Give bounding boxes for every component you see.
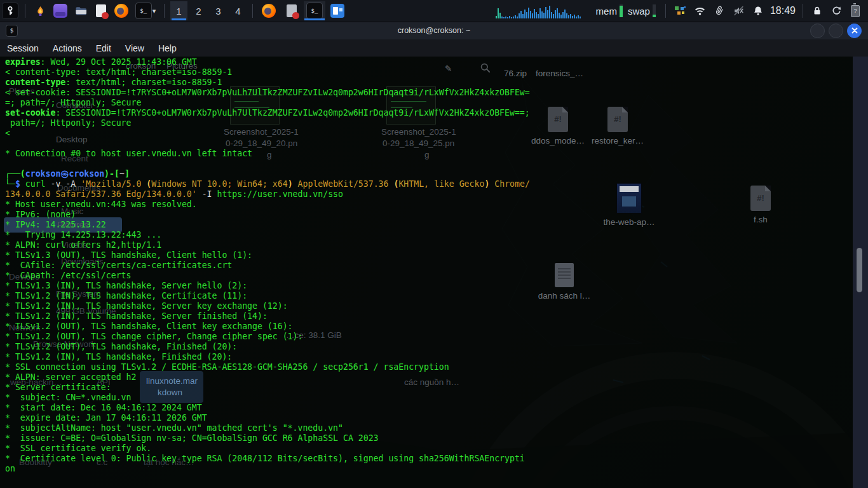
terminal-line: 134.0.0.0 Safari/537.36 Edg/134.0.0.0' -… [5,189,864,200]
taskbar-media-app[interactable] [327,1,348,20]
text-editor-icon [96,4,106,17]
net-bar [517,17,518,18]
volume-muted-icon [733,6,744,16]
lock-screen-button[interactable] [812,6,822,16]
net-bar [549,6,550,18]
workspace-3[interactable]: 3 [210,1,227,20]
wifi-icon [695,6,705,16]
panel-separator [665,4,666,18]
taskbar-terminal-active[interactable]: $_ [304,1,325,20]
mem-label: mem [596,6,617,17]
net-bar [553,14,554,18]
terminal-line: * Connection #0 to host user.vnedu.vn le… [5,149,864,159]
media-app-icon [330,4,344,18]
terminal-line: └─$ curl -v -A 'Mozilla/5.0 (Windows NT … [5,179,864,189]
launcher-text-editor[interactable] [92,2,110,20]
mem-usage-bar [620,4,623,17]
clock[interactable]: 18:49 [770,5,796,17]
terminal-line: * subjectAltName: host "user.vnedu.vn" m… [5,423,864,433]
taskbar-firefox[interactable] [258,1,280,20]
minimize-button[interactable] [810,24,825,38]
net-bar [580,17,581,18]
net-bar [578,15,579,18]
tray-notifications[interactable] [753,6,763,16]
tray-app-indicator[interactable] [675,6,686,16]
firefox-icon [114,4,128,18]
document-icon [287,4,297,17]
net-bar [541,11,543,18]
panel-separator [164,4,165,18]
purple-app-icon [53,4,67,18]
net-bar [543,13,545,18]
launcher-flame-app[interactable] [31,2,49,20]
terminal-line: * TLSv1.2 (IN), TLS handshake, Certifica… [5,291,864,301]
terminal-titlebar[interactable]: $ crokson@crokson: ~ [0,22,868,39]
net-bar [520,11,522,18]
net-bar [499,13,501,18]
terminal-line: * ALPN: curl offers h2,http/1.1 [5,240,864,250]
chevron-down-icon[interactable]: ▾ [153,7,156,15]
net-bar [557,8,558,18]
terminal-line: < content-type: text/html; charset=iso-8… [5,67,864,78]
workspace-1[interactable]: 1 [170,1,187,20]
flame-app-icon [35,6,46,17]
net-bar [538,14,539,18]
terminal-line: * IPv4: 14.225.13.22 [5,220,864,230]
network-monitor-graph [496,3,591,18]
terminal-line: * TLSv1.2 (IN), TLS handshake, Server fi… [5,311,864,322]
terminal-line: * TLSv1.2 (OUT), TLS change cipher, Chan… [5,332,864,342]
terminal-icon: $_ [135,3,152,19]
menu-help[interactable]: Help [158,43,177,53]
net-bar [501,17,503,18]
net-bar [566,13,567,18]
workspace-2[interactable]: 2 [190,1,207,20]
terminal-icon: $_ [306,3,323,19]
net-bar [564,10,566,18]
net-bar [522,14,524,18]
net-bar [498,8,499,18]
logout-button[interactable] [831,6,842,16]
terminal-line: * start date: Dec 16 04:16:12 2024 GMT [5,403,864,413]
net-bar [572,16,573,18]
net-bar [513,17,514,18]
net-bar [524,10,526,18]
terminal-line: * TLSv1.2 (OUT), TLS handshake, Finished… [5,342,864,352]
net-bar [547,10,548,18]
colored-squares-icon [675,6,686,16]
terminal-line: * ALPN: server accepted h2 [5,372,864,383]
menu-actions[interactable]: Actions [53,43,82,53]
taskbar-document[interactable] [281,1,302,20]
launcher-purple-app[interactable] [51,2,69,20]
terminal-menubar: SessionActionsEditViewHelp [0,39,868,57]
launcher-terminal[interactable]: $_ ▾ [133,2,158,20]
battery-unknown-icon: ? [851,5,860,17]
launcher-file-manager[interactable] [72,2,90,20]
paperclip-icon [712,4,726,17]
folder-icon [75,6,87,16]
net-bar [511,17,512,18]
power-cycle-icon [831,6,842,16]
net-bar [507,17,508,18]
panel-separator [25,4,25,18]
menu-view[interactable]: View [125,43,144,53]
menu-edit[interactable]: Edit [96,43,111,53]
tray-volume[interactable] [733,6,744,16]
tray-clipboard[interactable] [714,6,724,16]
panel-separator [803,4,803,18]
terminal-line: ┌──(crokson㉿crokson)-[~] [5,169,864,179]
tray-network[interactable] [695,6,705,16]
applications-menu-button[interactable] [1,2,19,20]
net-bar [539,8,541,18]
menu-session[interactable]: Session [7,43,39,53]
net-bar [536,12,537,18]
battery-indicator[interactable]: ? [851,5,860,17]
terminal-line: set-cookie: SESSIONID=!t7RYSC0+oLM7W0rXb… [5,108,864,118]
workspace-4[interactable]: 4 [229,1,247,20]
net-bar [509,16,510,18]
terminal-line: * TLSv1.3 (OUT), TLS handshake, Client h… [5,250,864,261]
terminal-output[interactable]: expires: Wed, 29 Oct 2025 11:43:06 GMT< … [5,57,864,474]
launcher-firefox[interactable] [112,2,130,20]
terminal-line: expires: Wed, 29 Oct 2025 11:43:06 GMT [5,57,864,67]
close-button[interactable] [847,24,862,38]
maximize-button[interactable] [829,24,843,38]
